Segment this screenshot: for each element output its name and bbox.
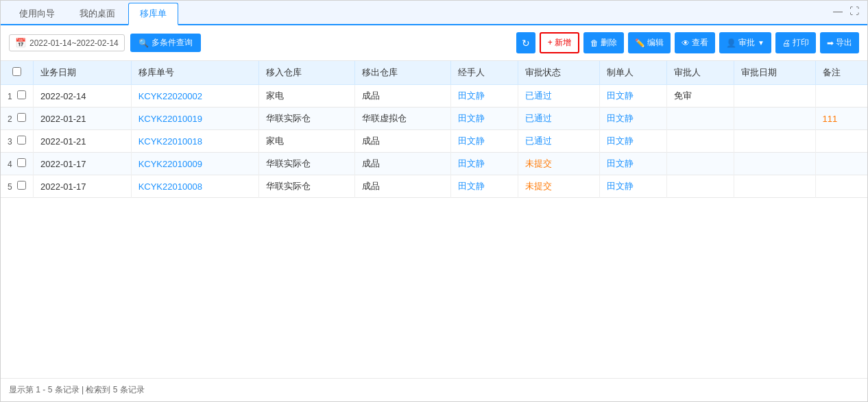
edit-icon: ✏️ bbox=[635, 38, 645, 48]
cell-in-warehouse: 家电 bbox=[258, 85, 354, 108]
approve-label: 审批 bbox=[738, 37, 755, 49]
row-number: 5 bbox=[1, 175, 34, 198]
cell-order-no[interactable]: KCYK22010018 bbox=[131, 130, 258, 153]
refresh-icon: ↻ bbox=[522, 38, 530, 49]
cell-handler: 田文静 bbox=[451, 108, 518, 130]
export-label: 导出 bbox=[836, 37, 852, 49]
header-creator: 制单人 bbox=[600, 61, 667, 85]
edit-label: 编辑 bbox=[647, 37, 664, 49]
header-in-warehouse: 移入仓库 bbox=[258, 61, 354, 85]
cell-date: 2022-01-17 bbox=[34, 175, 132, 198]
cell-approve-date bbox=[734, 85, 815, 108]
calendar-icon: 📅 bbox=[15, 38, 26, 48]
nav-tabs: 使用向导 我的桌面 移库单 — ⛶ bbox=[1, 1, 867, 25]
cell-note bbox=[815, 175, 867, 198]
tab-transfer[interactable]: 移库单 bbox=[128, 3, 178, 25]
row-checkbox[interactable] bbox=[17, 113, 26, 122]
cell-note bbox=[815, 153, 867, 175]
cell-order-no[interactable]: KCYK22020002 bbox=[131, 85, 258, 108]
refresh-button[interactable]: ↻ bbox=[516, 32, 535, 53]
export-icon: ➡ bbox=[827, 38, 834, 48]
view-button[interactable]: 👁 查看 bbox=[675, 32, 715, 53]
cell-handler: 田文静 bbox=[451, 130, 518, 153]
search-label: 多条件查询 bbox=[152, 37, 193, 49]
cell-approve-date bbox=[734, 175, 815, 198]
cell-status: 已通过 bbox=[518, 130, 600, 153]
table-container: 业务日期 移库单号 移入仓库 移出仓库 经手人 审批状态 制单人 审批人 审批日… bbox=[1, 61, 867, 378]
maximize-button[interactable]: ⛶ bbox=[848, 5, 860, 17]
row-checkbox[interactable] bbox=[17, 90, 26, 99]
table-row: 2 2022-01-21 KCYK22010019 华联实际仓 华联虚拟仓 田文… bbox=[1, 108, 867, 130]
new-button[interactable]: + 新增 bbox=[540, 32, 579, 53]
new-label: + 新增 bbox=[548, 37, 571, 49]
view-icon: 👁 bbox=[682, 38, 690, 48]
cell-status: 未提交 bbox=[518, 175, 600, 198]
edit-button[interactable]: ✏️ 编辑 bbox=[628, 32, 671, 53]
print-icon: 🖨 bbox=[782, 38, 791, 48]
toolbar-right: ↻ + 新增 🗑 删除 ✏️ 编辑 👁 查看 👤 审批 ▼ bbox=[516, 32, 859, 53]
cell-note bbox=[815, 85, 867, 108]
cell-out-warehouse: 成品 bbox=[355, 130, 451, 153]
search-button[interactable]: 🔍 多条件查询 bbox=[130, 34, 201, 52]
cell-date: 2022-01-21 bbox=[34, 130, 132, 153]
cell-in-warehouse: 华联实际仓 bbox=[258, 153, 354, 175]
header-out-warehouse: 移出仓库 bbox=[355, 61, 451, 85]
cell-in-warehouse: 华联实际仓 bbox=[258, 108, 354, 130]
cell-approver bbox=[666, 153, 734, 175]
cell-out-warehouse: 成品 bbox=[355, 175, 451, 198]
cell-in-warehouse: 华联实际仓 bbox=[258, 175, 354, 198]
cell-creator: 田文静 bbox=[600, 130, 667, 153]
select-all-checkbox[interactable] bbox=[12, 67, 21, 76]
cell-out-warehouse: 成品 bbox=[355, 85, 451, 108]
cell-status: 未提交 bbox=[518, 153, 600, 175]
row-checkbox[interactable] bbox=[17, 136, 26, 145]
search-icon: 🔍 bbox=[138, 38, 149, 48]
cell-approver: 免审 bbox=[666, 85, 734, 108]
row-checkbox[interactable] bbox=[17, 181, 26, 190]
delete-button[interactable]: 🗑 删除 bbox=[583, 32, 624, 53]
tab-guide[interactable]: 使用向导 bbox=[8, 3, 67, 24]
table-header-row: 业务日期 移库单号 移入仓库 移出仓库 经手人 审批状态 制单人 审批人 审批日… bbox=[1, 61, 867, 85]
cell-date: 2022-01-21 bbox=[34, 108, 132, 130]
tab-desktop[interactable]: 我的桌面 bbox=[68, 3, 127, 24]
table-row: 3 2022-01-21 KCYK22010018 家电 成品 田文静 已通过 … bbox=[1, 130, 867, 153]
row-checkbox[interactable] bbox=[17, 158, 26, 167]
export-button[interactable]: ➡ 导出 bbox=[820, 32, 859, 53]
print-button[interactable]: 🖨 打印 bbox=[775, 32, 816, 53]
approve-dropdown-icon: ▼ bbox=[758, 39, 764, 47]
header-date: 业务日期 bbox=[34, 61, 132, 85]
cell-order-no[interactable]: KCYK22010009 bbox=[131, 153, 258, 175]
cell-order-no[interactable]: KCYK22010019 bbox=[131, 108, 258, 130]
delete-label: 删除 bbox=[601, 37, 617, 49]
row-number: 4 bbox=[1, 153, 34, 175]
header-approve-date: 审批日期 bbox=[734, 61, 815, 85]
cell-date: 2022-01-17 bbox=[34, 153, 132, 175]
cell-approve-date bbox=[734, 108, 815, 130]
header-note: 备注 bbox=[815, 61, 867, 85]
minimize-button[interactable]: — bbox=[832, 5, 844, 17]
header-checkbox-col bbox=[1, 61, 34, 85]
approve-button[interactable]: 👤 审批 ▼ bbox=[719, 32, 771, 53]
cell-order-no[interactable]: KCYK22010008 bbox=[131, 175, 258, 198]
header-handler: 经手人 bbox=[451, 61, 518, 85]
cell-creator: 田文静 bbox=[600, 153, 667, 175]
cell-approver bbox=[666, 108, 734, 130]
cell-approver bbox=[666, 175, 734, 198]
approve-icon: 👤 bbox=[726, 38, 736, 48]
cell-handler: 田文静 bbox=[451, 85, 518, 108]
cell-creator: 田文静 bbox=[600, 85, 667, 108]
cell-handler: 田文静 bbox=[451, 175, 518, 198]
print-label: 打印 bbox=[793, 37, 809, 49]
window-controls: — ⛶ bbox=[832, 5, 860, 17]
cell-status: 已通过 bbox=[518, 85, 600, 108]
cell-creator: 田文静 bbox=[600, 108, 667, 130]
app-container: 使用向导 我的桌面 移库单 — ⛶ 📅 2022-01-14~2022-02-1… bbox=[0, 0, 868, 402]
date-filter[interactable]: 📅 2022-01-14~2022-02-14 bbox=[9, 34, 125, 51]
data-table: 业务日期 移库单号 移入仓库 移出仓库 经手人 审批状态 制单人 审批人 审批日… bbox=[1, 61, 867, 198]
cell-out-warehouse: 成品 bbox=[355, 153, 451, 175]
header-approver: 审批人 bbox=[666, 61, 734, 85]
footer: 显示第 1 - 5 条记录 | 检索到 5 条记录 bbox=[1, 378, 867, 401]
table-row: 5 2022-01-17 KCYK22010008 华联实际仓 成品 田文静 未… bbox=[1, 175, 867, 198]
cell-out-warehouse: 华联虚拟仓 bbox=[355, 108, 451, 130]
row-number: 3 bbox=[1, 130, 34, 153]
